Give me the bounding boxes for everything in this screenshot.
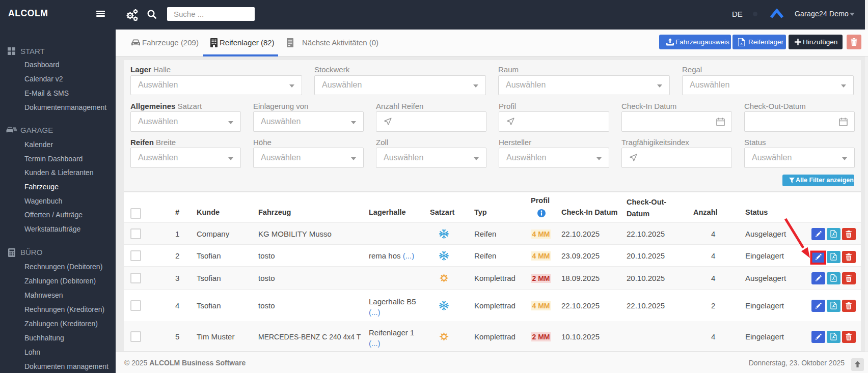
svg-text:x: x — [741, 41, 743, 46]
